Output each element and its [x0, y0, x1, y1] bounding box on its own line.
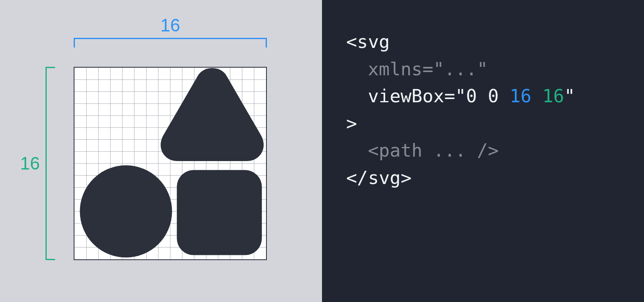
diagram-container: 16 16 <svg xmlns="..."	[0, 0, 644, 302]
width-dimension: 16	[74, 15, 267, 48]
code-viewbox-height: 16	[542, 85, 564, 107]
code-line-6: </svg>	[346, 167, 412, 188]
code-line-2-value: ="..."	[422, 58, 488, 80]
code-line-3-attr: viewBox="0 0	[368, 85, 510, 107]
icon-grid-box	[74, 67, 267, 260]
height-label: 16	[20, 153, 40, 174]
code-block: <svg xmlns="..." viewBox="0 0 16 16" > <…	[346, 28, 620, 191]
code-line-1: <svg	[346, 31, 390, 52]
code-line-2-attr: xmlns	[368, 58, 422, 80]
visual-panel: 16 16	[0, 0, 322, 302]
height-dimension: 16	[20, 67, 55, 260]
width-label: 16	[161, 15, 180, 35]
shapes-svg-icon	[74, 68, 266, 259]
square-shape-icon	[177, 170, 262, 255]
circle-shape-icon	[80, 165, 172, 257]
width-bracket-icon	[74, 38, 267, 48]
code-line-3-end: "	[564, 85, 575, 107]
code-viewbox-width: 16	[510, 85, 531, 107]
code-line-5: <path ... />	[368, 140, 499, 161]
triangle-shape-icon	[161, 68, 264, 161]
code-panel: <svg xmlns="..." viewBox="0 0 16 16" > <…	[322, 0, 644, 302]
code-line-4: >	[346, 113, 357, 134]
height-bracket-icon	[45, 67, 55, 260]
